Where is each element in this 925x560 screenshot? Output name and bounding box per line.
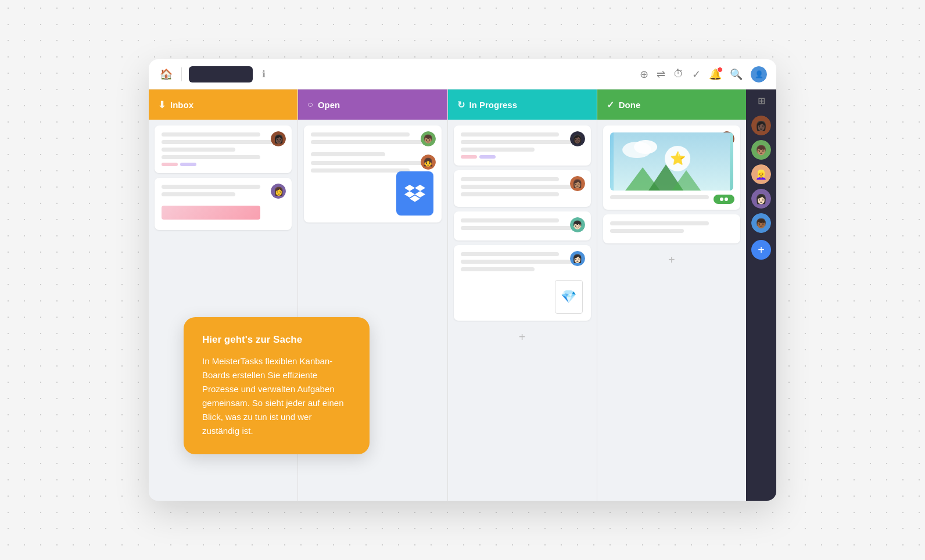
card-line bbox=[610, 229, 684, 233]
sidebar-avatar-4[interactable]: 👩🏻 bbox=[751, 189, 771, 209]
card-line bbox=[461, 177, 560, 181]
card-line bbox=[311, 140, 434, 144]
done-body: 👩🏾 bbox=[597, 120, 746, 501]
card-line bbox=[610, 195, 709, 199]
open-icon: ○ bbox=[307, 99, 313, 110]
inbox-card-2[interactable]: 👩 bbox=[155, 178, 292, 230]
sketch-file: 💎 bbox=[555, 280, 583, 314]
sidebar-toggle-icon[interactable]: ⊞ bbox=[758, 95, 765, 106]
card-pink-bar bbox=[162, 206, 260, 220]
status-badge bbox=[714, 195, 734, 204]
column-header-open: ○ Open bbox=[298, 89, 447, 120]
user-avatar[interactable]: 👤 bbox=[751, 66, 767, 82]
card-line bbox=[461, 267, 535, 271]
add-task-icon[interactable]: ⊕ bbox=[640, 68, 648, 81]
toolbar-right: ⊕ ⇌ ⏱ ✓ 🔔 🔍 👤 bbox=[640, 66, 767, 82]
in-progress-label: In Progress bbox=[469, 100, 518, 110]
dropbox-icon bbox=[404, 185, 425, 202]
card-line bbox=[162, 155, 260, 159]
sidebar-avatar-3[interactable]: 👱‍♀️ bbox=[751, 164, 771, 184]
card-avatar-ip-4: 👩🏻 bbox=[570, 251, 585, 266]
card-line bbox=[162, 148, 235, 152]
card-line bbox=[162, 185, 260, 189]
check-icon[interactable]: ✓ bbox=[692, 68, 701, 81]
sidebar-avatar-1[interactable]: 👩🏿 bbox=[751, 116, 771, 135]
project-title-bar[interactable] bbox=[189, 66, 253, 82]
card-avatar-ip-2: 👩🏽 bbox=[570, 176, 585, 191]
card-avatar-open-1: 👦🏽 bbox=[421, 131, 436, 146]
notification-icon[interactable]: 🔔 bbox=[709, 68, 722, 81]
card-line bbox=[461, 252, 560, 256]
column-in-progress: ↻ In Progress 👩🏿 bbox=[448, 89, 597, 501]
card-illustration: ⭐ bbox=[610, 132, 733, 191]
card-line bbox=[461, 226, 584, 230]
home-icon[interactable]: 🏠 bbox=[158, 66, 174, 82]
card-line bbox=[461, 185, 584, 189]
in-progress-icon: ↻ bbox=[457, 99, 465, 110]
open-card-1[interactable]: 👦🏽 👧 bbox=[304, 125, 441, 222]
svg-point-2 bbox=[634, 140, 657, 154]
tag-purple bbox=[180, 163, 196, 166]
card-avatar-ip-3: 👦🏻 bbox=[570, 217, 585, 232]
inbox-card-1[interactable]: 👩🏿 bbox=[155, 125, 292, 173]
done-label: Done bbox=[619, 100, 641, 110]
card-avatar-1: 👩🏿 bbox=[271, 131, 286, 146]
done-icon: ✓ bbox=[607, 99, 614, 110]
card-avatar-2: 👩 bbox=[271, 184, 286, 199]
timer-icon[interactable]: ⏱ bbox=[673, 68, 684, 80]
sidebar-avatar-5[interactable]: 👦🏾 bbox=[751, 213, 771, 233]
column-header-done: ✓ Done bbox=[597, 89, 746, 120]
card-avatar-ip-1: 👩🏿 bbox=[570, 131, 585, 146]
in-progress-card-2[interactable]: 👩🏽 bbox=[454, 170, 591, 207]
card-line bbox=[311, 161, 434, 165]
card-line bbox=[461, 140, 584, 144]
card-line bbox=[311, 168, 410, 173]
card-line bbox=[461, 260, 584, 264]
card-line bbox=[162, 140, 285, 144]
add-done-card[interactable]: + bbox=[662, 250, 681, 269]
search-icon[interactable]: 🔍 bbox=[730, 68, 743, 81]
right-sidebar: ⊞ 👩🏿 👦🏽 👱‍♀️ 👩🏻 👦🏾 + bbox=[746, 89, 776, 501]
inbox-label: Inbox bbox=[170, 100, 193, 110]
open-label: Open bbox=[318, 100, 340, 110]
card-line bbox=[461, 218, 560, 222]
tag bbox=[461, 155, 477, 159]
card-line bbox=[461, 132, 560, 137]
in-progress-card-1[interactable]: 👩🏿 bbox=[454, 125, 591, 166]
info-icon[interactable]: ℹ bbox=[262, 69, 266, 80]
column-done: ✓ Done 👩🏾 bbox=[597, 89, 746, 501]
in-progress-card-4[interactable]: 👩🏻 💎 bbox=[454, 245, 591, 321]
card-tags bbox=[162, 163, 285, 166]
in-progress-card-3[interactable]: 👦🏻 bbox=[454, 211, 591, 240]
column-header-inbox: ⬇ Inbox bbox=[149, 89, 297, 120]
in-progress-body: 👩🏿 � bbox=[448, 120, 597, 501]
card-line bbox=[311, 152, 385, 156]
card-avatar-open-2: 👧 bbox=[421, 155, 436, 170]
card-line bbox=[461, 148, 535, 152]
svg-text:⭐: ⭐ bbox=[669, 150, 686, 166]
illustration-svg: ⭐ bbox=[610, 132, 733, 191]
status-dot bbox=[720, 198, 723, 201]
flow-icon[interactable]: ⇌ bbox=[657, 68, 665, 81]
status-dot bbox=[725, 198, 728, 201]
column-header-in-progress: ↻ In Progress bbox=[448, 89, 597, 120]
tag-pink bbox=[162, 163, 178, 166]
done-card-1[interactable]: 👩🏾 bbox=[603, 125, 740, 210]
inbox-icon: ⬇ bbox=[158, 99, 166, 110]
toolbar: 🏠 ℹ ⊕ ⇌ ⏱ ✓ 🔔 🔍 👤 bbox=[149, 59, 776, 89]
tooltip-body: In MeisterTasks flexiblen Kanban-Boards … bbox=[202, 354, 351, 438]
toolbar-divider bbox=[181, 67, 182, 81]
tooltip-box: Hier geht's zur Sache In MeisterTasks fl… bbox=[184, 317, 370, 454]
add-member-button[interactable]: + bbox=[751, 240, 771, 260]
card-tags bbox=[461, 155, 584, 159]
done-card-2[interactable] bbox=[603, 214, 740, 243]
dropbox-file bbox=[396, 171, 433, 216]
sidebar-avatar-2[interactable]: 👦🏽 bbox=[751, 140, 771, 160]
card-line bbox=[162, 192, 235, 196]
card-line bbox=[162, 132, 260, 137]
card-line bbox=[610, 221, 709, 225]
app-container: 🏠 ℹ ⊕ ⇌ ⏱ ✓ 🔔 🔍 👤 ⬇ Inbox bbox=[149, 59, 776, 501]
add-in-progress-card[interactable]: + bbox=[513, 328, 532, 346]
tooltip-title: Hier geht's zur Sache bbox=[202, 333, 351, 346]
tag bbox=[479, 155, 496, 159]
